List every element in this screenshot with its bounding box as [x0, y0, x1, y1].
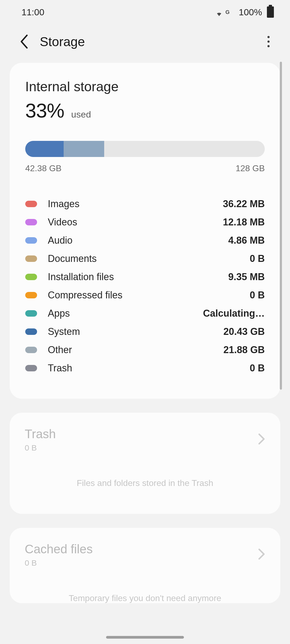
category-color-icon	[25, 237, 37, 244]
category-color-icon	[25, 328, 37, 335]
cached-size: 0 B	[25, 558, 93, 568]
trash-title: Trash	[25, 427, 56, 441]
category-row[interactable]: Compressed files0 B	[25, 286, 265, 304]
category-size: 36.22 MB	[223, 198, 265, 210]
gesture-bar	[106, 636, 184, 639]
dot-icon	[267, 45, 270, 47]
category-label: System	[48, 326, 80, 337]
internal-storage-title: Internal storage	[25, 79, 265, 94]
category-label: Installation files	[48, 271, 114, 283]
usage-label: used	[71, 109, 91, 120]
trash-desc: Files and folders stored in the Trash	[25, 478, 265, 488]
category-row[interactable]: System20.43 GB	[25, 323, 265, 341]
status-bar: 11:00 G 100%	[0, 0, 290, 24]
category-size: 0 B	[250, 253, 265, 264]
chevron-right-icon	[258, 548, 265, 561]
category-row[interactable]: Trash0 B	[25, 359, 265, 377]
usage-bar-seg-other	[64, 141, 104, 157]
category-row[interactable]: Documents0 B	[25, 250, 265, 268]
usage-percent: 33%	[25, 99, 64, 122]
app-bar: Storage	[0, 24, 290, 59]
battery-percent: 100%	[239, 7, 262, 17]
category-color-icon	[25, 365, 37, 371]
category-color-icon	[25, 292, 37, 298]
usage-bar	[25, 141, 265, 157]
category-color-icon	[25, 347, 37, 353]
category-row[interactable]: Installation files9.35 MB	[25, 268, 265, 286]
cached-title: Cached files	[25, 542, 93, 556]
category-label: Documents	[48, 253, 97, 264]
cached-desc: Temporary files you don't need anymore	[25, 593, 265, 603]
category-row[interactable]: AppsCalculating…	[25, 304, 265, 323]
network-type: G	[225, 9, 230, 15]
category-row[interactable]: Audio4.86 MB	[25, 231, 265, 250]
internal-storage-card: Internal storage 33% used 42.38 GB 128 G…	[10, 63, 280, 399]
category-size: 0 B	[250, 290, 265, 301]
used-amount: 42.38 GB	[25, 163, 61, 173]
category-list: Images36.22 MBVideos12.18 MBAudio4.86 MB…	[25, 195, 265, 377]
status-time: 11:00	[21, 7, 44, 17]
dot-icon	[267, 41, 270, 43]
usage-footer: 42.38 GB 128 GB	[25, 163, 265, 173]
wifi-icon	[215, 9, 223, 15]
trash-size: 0 B	[25, 443, 56, 452]
category-color-icon	[25, 255, 37, 262]
page-title: Storage	[40, 34, 85, 49]
category-color-icon	[25, 310, 37, 317]
category-label: Trash	[48, 363, 72, 374]
category-row[interactable]: Videos12.18 MB	[25, 213, 265, 231]
category-label: Audio	[48, 235, 73, 246]
category-label: Apps	[48, 308, 70, 319]
usage-bar-seg-system	[25, 141, 64, 157]
back-button[interactable]	[13, 31, 35, 52]
category-size: 12.18 MB	[223, 217, 265, 228]
more-options-button[interactable]	[258, 31, 279, 52]
battery-icon	[267, 6, 274, 18]
category-row[interactable]: Other21.88 GB	[25, 341, 265, 359]
chevron-right-icon	[258, 433, 265, 446]
usage-row: 33% used	[25, 99, 265, 122]
dot-icon	[267, 36, 270, 38]
status-right: G 100%	[215, 6, 274, 18]
scrollbar[interactable]	[280, 62, 282, 390]
category-size: 9.35 MB	[228, 271, 265, 283]
chevron-left-icon	[20, 35, 29, 49]
category-color-icon	[25, 274, 37, 280]
category-size: 21.88 GB	[223, 344, 265, 356]
category-size: Calculating…	[203, 308, 265, 319]
category-label: Other	[48, 344, 72, 356]
category-label: Videos	[48, 217, 77, 228]
category-color-icon	[25, 219, 37, 225]
category-label: Images	[48, 198, 79, 210]
category-label: Compressed files	[48, 290, 122, 301]
total-amount: 128 GB	[235, 163, 265, 173]
category-size: 0 B	[250, 363, 265, 374]
category-size: 20.43 GB	[223, 326, 265, 337]
category-row[interactable]: Images36.22 MB	[25, 195, 265, 213]
cached-card[interactable]: Cached files 0 B Temporary files you don…	[10, 528, 280, 603]
category-color-icon	[25, 201, 37, 207]
category-size: 4.86 MB	[228, 235, 265, 246]
trash-card[interactable]: Trash 0 B Files and folders stored in th…	[10, 413, 280, 514]
